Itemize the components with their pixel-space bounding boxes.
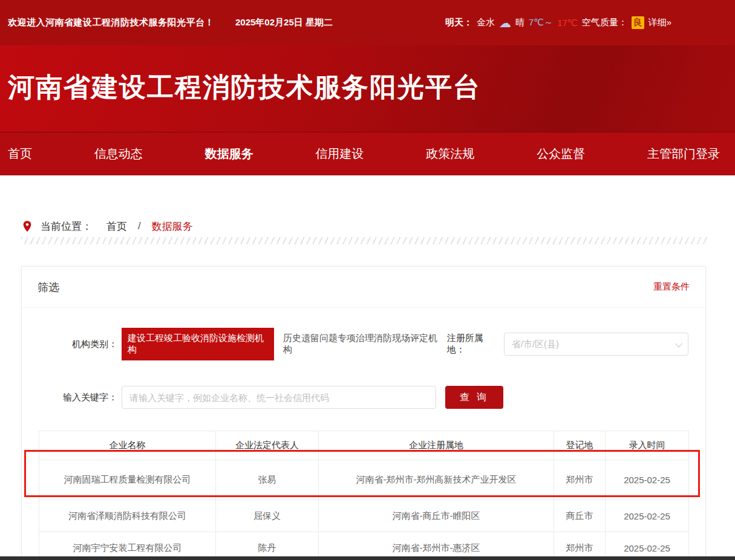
cell-registration-place: 郑州市 <box>554 460 606 500</box>
col-entry-date: 录入时间 <box>606 431 689 460</box>
site-title: 河南省建设工程消防技术服务阳光平台 <box>8 70 735 105</box>
breadcrumb-home-link[interactable]: 首页 <box>106 220 127 233</box>
air-quality-label: 空气质量： <box>582 17 627 28</box>
filter-title: 筛选 <box>38 280 59 295</box>
table-header-row: 企业名称 企业法定代表人 企业注册属地 登记地 录入时间 <box>39 431 689 460</box>
filter-panel-header: 筛选 重置条件 <box>22 267 705 308</box>
weather-detail-link[interactable]: 详细» <box>648 17 671 28</box>
col-legal-representative: 企业法定代表人 <box>216 431 319 460</box>
chevron-down-icon <box>675 339 683 347</box>
breadcrumb-label: 当前位置： <box>41 220 92 233</box>
region-label: 注册所属地： <box>447 333 500 356</box>
cell-legal-representative: 屈保义 <box>216 500 319 532</box>
category-label: 机构类别： <box>39 339 117 350</box>
temp-high: 17℃ <box>557 18 578 28</box>
nav-item-dept-login[interactable]: 主管部门登录 <box>647 146 720 162</box>
footer-bar <box>0 556 735 560</box>
content-area: 当前位置： 首页 / 数据服务 筛选 重置条件 机构类别： 建设工程竣工验收消防… <box>0 175 735 560</box>
cell-entry-date: 2025-02-25 <box>606 500 689 532</box>
breadcrumb-current-link[interactable]: 数据服务 <box>152 220 193 233</box>
cell-registration-place: 商丘市 <box>554 500 606 532</box>
nav-item-news[interactable]: 信息动态 <box>94 146 143 162</box>
search-button[interactable]: 查 询 <box>445 386 503 409</box>
tomorrow-label: 明天： <box>445 17 472 28</box>
col-registered-location: 企业注册属地 <box>319 431 554 460</box>
temp-low: 7℃～ <box>529 17 553 28</box>
weather-district: 金水 <box>477 17 495 28</box>
welcome-text: 欢迎进入河南省建设工程消防技术服务阳光平台！ <box>8 17 214 28</box>
cell-company-name: 河南省泽顺消防科技有限公司 <box>39 500 216 532</box>
filter-panel-body: 机构类别： 建设工程竣工验收消防设施检测机构 历史遗留问题专项治理消防现场评定机… <box>22 308 705 560</box>
cell-registered-location: 河南省-郑州市-郑州高新技术产业开发区 <box>319 460 554 500</box>
table-row[interactable]: 河南固瑞工程质量检测有限公司 张易 河南省-郑州市-郑州高新技术产业开发区 郑州… <box>39 460 689 500</box>
filter-row-keyword: 输入关键字： 查 询 <box>39 386 688 409</box>
col-company-name: 企业名称 <box>39 431 216 460</box>
weather-condition: 晴 <box>515 17 524 28</box>
keyword-label: 输入关键字： <box>39 392 117 403</box>
current-date: 2025年02月25日 星期二 <box>235 17 333 28</box>
cell-company-name: 河南固瑞工程质量检测有限公司 <box>39 460 216 500</box>
keyword-input[interactable] <box>122 386 436 409</box>
col-registration-place: 登记地 <box>554 431 606 460</box>
category-option-detection-agency[interactable]: 建设工程竣工验收消防设施检测机构 <box>122 328 274 360</box>
nav-item-credit[interactable]: 信用建设 <box>315 146 364 162</box>
nav-item-supervision[interactable]: 公众监督 <box>537 146 585 162</box>
nav-item-policy[interactable]: 政策法规 <box>426 146 474 162</box>
striped-divider <box>21 237 708 244</box>
reset-filters-link[interactable]: 重置条件 <box>653 281 690 293</box>
site-banner: 河南省建设工程消防技术服务阳光平台 <box>0 45 735 132</box>
region-select[interactable]: 省/市/区(县) <box>504 333 688 356</box>
cell-entry-date: 2025-02-25 <box>606 460 689 500</box>
filter-row-category: 机构类别： 建设工程竣工验收消防设施检测机构 历史遗留问题专项治理消防现场评定机… <box>39 328 688 360</box>
region-select-placeholder: 省/市/区(县) <box>512 339 559 350</box>
cloud-icon: ☁ <box>499 17 511 29</box>
top-info-bar: 欢迎进入河南省建设工程消防技术服务阳光平台！ 2025年02月25日 星期二 明… <box>0 0 735 45</box>
cell-legal-representative: 张易 <box>216 460 319 500</box>
breadcrumb: 当前位置： 首页 / 数据服务 <box>0 175 735 236</box>
category-options: 建设工程竣工验收消防设施检测机构 历史遗留问题专项治理消防现场评定机构 <box>122 328 447 360</box>
air-quality-badge: 良 <box>632 16 644 29</box>
location-pin-icon <box>22 220 32 233</box>
table-row[interactable]: 河南省泽顺消防科技有限公司 屈保义 河南省-商丘市-睢阳区 商丘市 2025-0… <box>39 500 689 532</box>
filter-panel: 筛选 重置条件 机构类别： 建设工程竣工验收消防设施检测机构 历史遗留问题专项治… <box>21 266 706 560</box>
cell-registered-location: 河南省-商丘市-睢阳区 <box>319 500 554 532</box>
nav-item-data-service[interactable]: 数据服务 <box>205 146 253 162</box>
main-nav: 首页 信息动态 数据服务 信用建设 政策法规 公众监督 主管部门登录 <box>0 132 735 175</box>
region-filter-group: 注册所属地： 省/市/区(县) <box>447 333 688 356</box>
nav-item-home[interactable]: 首页 <box>8 146 32 162</box>
results-table: 企业名称 企业法定代表人 企业注册属地 登记地 录入时间 河南固瑞工程质量检测有… <box>39 431 689 560</box>
category-option-legacy-assessment-agency[interactable]: 历史遗留问题专项治理消防现场评定机构 <box>277 328 447 360</box>
page: 欢迎进入河南省建设工程消防技术服务阳光平台！ 2025年02月25日 星期二 明… <box>0 0 735 560</box>
breadcrumb-separator: / <box>138 220 141 232</box>
weather-widget: 明天： 金水 ☁ 晴 7℃～ 17℃ 空气质量： 良 详细» <box>445 16 671 29</box>
